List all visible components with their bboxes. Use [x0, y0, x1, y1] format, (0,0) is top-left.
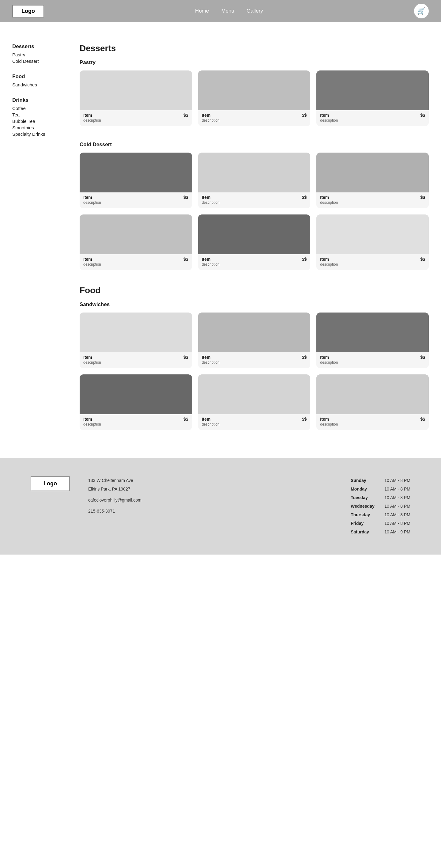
sidebar-item-specialty-drinks[interactable]: Specialty Drinks: [12, 131, 67, 137]
item-card[interactable]: Item $$ description: [316, 70, 429, 126]
item-card[interactable]: Item $$ description: [80, 214, 192, 270]
sidebar-section-drinks: Drinks Coffee Tea Bubble Tea Smoothies S…: [12, 97, 67, 137]
item-info: Item $$: [198, 352, 311, 360]
item-card[interactable]: Item $$ description: [198, 214, 311, 270]
item-price: $$: [184, 195, 188, 200]
footer-day: Thursday: [351, 510, 384, 519]
item-name: Item: [83, 257, 92, 262]
sidebar-category-desserts[interactable]: Desserts: [12, 43, 67, 50]
footer-time: 10 AM - 8 PM: [384, 512, 410, 517]
main-content: Desserts Pastry Item $$ description Item…: [80, 40, 429, 439]
item-card[interactable]: Item $$ description: [316, 312, 429, 368]
item-name: Item: [202, 417, 211, 422]
item-info: Item $$: [198, 254, 311, 262]
nav-link-menu[interactable]: Menu: [221, 8, 234, 14]
footer-hours-row: Wednesday10 AM - 8 PM: [351, 502, 410, 510]
item-price: $$: [420, 195, 425, 200]
sidebar-item-cold-dessert[interactable]: Cold Dessert: [12, 59, 67, 64]
nav-links: Home Menu Gallery: [195, 8, 263, 14]
item-name: Item: [202, 257, 211, 262]
sandwiches-grid: Item $$ description Item $$ description …: [80, 312, 429, 430]
footer-logo-button[interactable]: Logo: [31, 476, 70, 491]
sidebar-item-bubble-tea[interactable]: Bubble Tea: [12, 119, 67, 124]
nav-link-gallery[interactable]: Gallery: [247, 8, 263, 14]
footer-day: Monday: [351, 485, 384, 493]
item-image: [198, 70, 311, 110]
food-section: Food Sandwiches Item $$ description Item…: [80, 285, 429, 430]
footer-hours: Sunday10 AM - 8 PMMonday10 AM - 8 PMTues…: [351, 476, 410, 536]
sidebar-category-food[interactable]: Food: [12, 73, 67, 80]
sidebar-item-tea[interactable]: Tea: [12, 112, 67, 117]
item-price: $$: [184, 257, 188, 262]
item-name: Item: [83, 113, 92, 118]
item-price: $$: [302, 355, 307, 360]
nav-link-home[interactable]: Home: [195, 8, 209, 14]
sidebar-category-drinks[interactable]: Drinks: [12, 97, 67, 103]
item-image: [316, 214, 429, 254]
item-info: Item $$: [198, 192, 311, 200]
navbar: Logo Home Menu Gallery 🛒: [0, 0, 441, 22]
sidebar-item-sandwiches[interactable]: Sandwiches: [12, 82, 67, 87]
sidebar-item-smoothies[interactable]: Smoothies: [12, 125, 67, 130]
item-info: Item $$: [316, 192, 429, 200]
item-card[interactable]: Item $$ description: [316, 153, 429, 208]
item-card[interactable]: Item $$ description: [198, 70, 311, 126]
sandwiches-title: Sandwiches: [80, 302, 429, 308]
footer-hours-row: Saturday10 AM - 9 PM: [351, 528, 410, 536]
cold-dessert-title: Cold Dessert: [80, 142, 429, 148]
nav-logo-button[interactable]: Logo: [12, 5, 44, 18]
item-price: $$: [184, 113, 188, 118]
item-name: Item: [320, 113, 329, 118]
item-price: $$: [302, 257, 307, 262]
item-card[interactable]: Item $$ description: [198, 312, 311, 368]
item-card[interactable]: Item $$ description: [198, 153, 311, 208]
footer-day: Friday: [351, 519, 384, 528]
item-price: $$: [420, 257, 425, 262]
item-desc: description: [80, 200, 192, 205]
sidebar-item-coffee[interactable]: Coffee: [12, 106, 67, 111]
item-name: Item: [83, 195, 92, 200]
item-card[interactable]: Item $$ description: [80, 312, 192, 368]
item-desc: description: [316, 422, 429, 427]
footer-hours-row: Friday10 AM - 8 PM: [351, 519, 410, 528]
item-price: $$: [184, 417, 188, 422]
item-desc: description: [80, 422, 192, 427]
item-info: Item $$: [198, 110, 311, 118]
item-card[interactable]: Item $$ description: [80, 374, 192, 430]
item-desc: description: [198, 200, 311, 205]
item-price: $$: [302, 417, 307, 422]
item-name: Item: [320, 257, 329, 262]
item-image: [198, 312, 311, 352]
item-card[interactable]: Item $$ description: [316, 214, 429, 270]
item-card[interactable]: Item $$ description: [80, 153, 192, 208]
sidebar-item-pastry[interactable]: Pastry: [12, 52, 67, 57]
item-info: Item $$: [198, 414, 311, 422]
footer-phone: 215-635-3071: [88, 507, 332, 515]
sidebar-section-food: Food Sandwiches: [12, 73, 67, 87]
item-image: [198, 153, 311, 192]
item-info: Item $$: [80, 254, 192, 262]
item-price: $$: [420, 113, 425, 118]
item-name: Item: [83, 417, 92, 422]
desserts-title: Desserts: [80, 43, 429, 53]
item-info: Item $$: [316, 352, 429, 360]
item-info: Item $$: [316, 110, 429, 118]
item-card[interactable]: Item $$ description: [80, 70, 192, 126]
pastry-grid: Item $$ description Item $$ description …: [80, 70, 429, 126]
item-card[interactable]: Item $$ description: [316, 374, 429, 430]
item-image: [316, 70, 429, 110]
pastry-title: Pastry: [80, 59, 429, 66]
item-image: [80, 374, 192, 414]
item-info: Item $$: [80, 192, 192, 200]
page-body: Desserts Pastry Cold Dessert Food Sandwi…: [0, 22, 441, 458]
footer-day: Sunday: [351, 476, 384, 485]
item-price: $$: [302, 195, 307, 200]
cart-button[interactable]: 🛒: [414, 4, 429, 19]
item-info: Item $$: [80, 352, 192, 360]
item-desc: description: [316, 118, 429, 123]
footer-logo-area: Logo: [31, 476, 70, 494]
item-image: [80, 153, 192, 192]
footer-hours-row: Sunday10 AM - 8 PM: [351, 476, 410, 485]
footer-time: 10 AM - 8 PM: [384, 478, 410, 483]
item-card[interactable]: Item $$ description: [198, 374, 311, 430]
